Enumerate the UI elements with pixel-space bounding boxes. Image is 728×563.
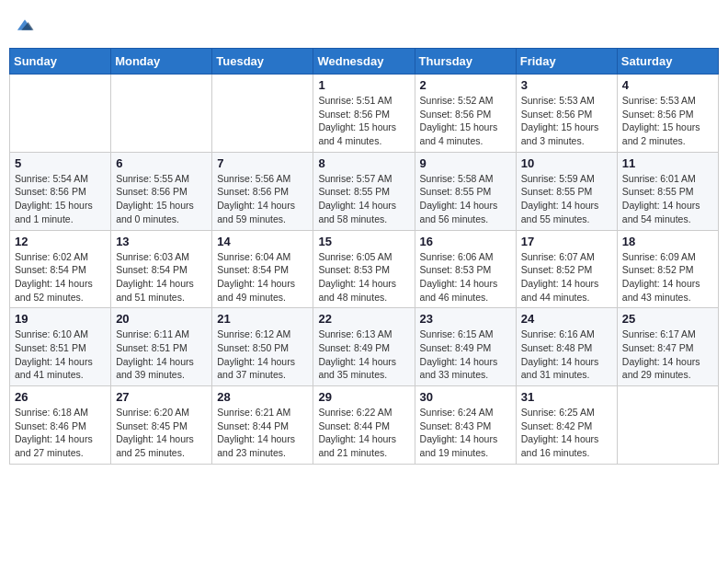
day-number: 17 bbox=[521, 235, 612, 248]
day-number: 15 bbox=[318, 235, 409, 248]
calendar-cell: 27Sunrise: 6:20 AM Sunset: 8:45 PM Dayli… bbox=[111, 386, 212, 465]
calendar-week-row: 5Sunrise: 5:54 AM Sunset: 8:56 PM Daylig… bbox=[10, 152, 719, 230]
day-number: 19 bbox=[15, 312, 106, 326]
day-info: Sunrise: 6:25 AM Sunset: 8:42 PM Dayligh… bbox=[521, 406, 612, 460]
day-info: Sunrise: 6:18 AM Sunset: 8:46 PM Dayligh… bbox=[15, 406, 106, 460]
day-info: Sunrise: 5:58 AM Sunset: 8:55 PM Dayligh… bbox=[420, 172, 511, 226]
day-info: Sunrise: 5:53 AM Sunset: 8:56 PM Dayligh… bbox=[622, 94, 713, 148]
calendar-cell: 8Sunrise: 5:57 AM Sunset: 8:55 PM Daylig… bbox=[313, 152, 415, 230]
day-number: 4 bbox=[622, 78, 713, 92]
day-info: Sunrise: 6:16 AM Sunset: 8:48 PM Dayligh… bbox=[521, 327, 612, 382]
calendar-cell: 11Sunrise: 6:01 AM Sunset: 8:55 PM Dayli… bbox=[617, 152, 718, 230]
day-number: 2 bbox=[420, 78, 511, 92]
day-number: 16 bbox=[420, 235, 511, 248]
day-info: Sunrise: 5:57 AM Sunset: 8:55 PM Dayligh… bbox=[318, 172, 409, 226]
day-info: Sunrise: 5:54 AM Sunset: 8:56 PM Dayligh… bbox=[15, 172, 106, 226]
day-number: 25 bbox=[622, 312, 713, 326]
day-number: 8 bbox=[318, 156, 409, 170]
weekday-header-row: SundayMondayTuesdayWednesdayThursdayFrid… bbox=[10, 49, 719, 75]
day-number: 26 bbox=[15, 390, 106, 404]
day-number: 3 bbox=[521, 78, 612, 92]
calendar-cell: 1Sunrise: 5:51 AM Sunset: 8:56 PM Daylig… bbox=[313, 75, 415, 153]
calendar-cell: 12Sunrise: 6:02 AM Sunset: 8:54 PM Dayli… bbox=[10, 230, 111, 308]
day-info: Sunrise: 6:02 AM Sunset: 8:54 PM Dayligh… bbox=[15, 250, 106, 304]
day-info: Sunrise: 6:01 AM Sunset: 8:55 PM Dayligh… bbox=[622, 172, 713, 226]
day-info: Sunrise: 6:20 AM Sunset: 8:45 PM Dayligh… bbox=[116, 406, 207, 460]
calendar-cell: 16Sunrise: 6:06 AM Sunset: 8:53 PM Dayli… bbox=[415, 230, 516, 308]
weekday-header-sunday: Sunday bbox=[10, 49, 111, 75]
calendar-cell: 20Sunrise: 6:11 AM Sunset: 8:51 PM Dayli… bbox=[111, 308, 212, 386]
calendar-cell: 10Sunrise: 5:59 AM Sunset: 8:55 PM Dayli… bbox=[516, 152, 617, 230]
day-number: 1 bbox=[318, 78, 409, 92]
calendar-cell: 4Sunrise: 5:53 AM Sunset: 8:56 PM Daylig… bbox=[617, 75, 718, 153]
day-number: 28 bbox=[217, 390, 308, 404]
calendar-cell: 6Sunrise: 5:55 AM Sunset: 8:56 PM Daylig… bbox=[111, 152, 212, 230]
day-number: 7 bbox=[217, 156, 308, 170]
calendar-cell: 22Sunrise: 6:13 AM Sunset: 8:49 PM Dayli… bbox=[313, 308, 415, 386]
day-info: Sunrise: 6:11 AM Sunset: 8:51 PM Dayligh… bbox=[116, 327, 207, 382]
day-number: 27 bbox=[116, 390, 207, 404]
day-number: 24 bbox=[521, 312, 612, 326]
calendar-cell: 28Sunrise: 6:21 AM Sunset: 8:44 PM Dayli… bbox=[212, 386, 313, 465]
calendar-cell: 26Sunrise: 6:18 AM Sunset: 8:46 PM Dayli… bbox=[10, 386, 111, 465]
day-number: 18 bbox=[622, 235, 713, 248]
day-number: 6 bbox=[116, 156, 207, 170]
calendar-table: SundayMondayTuesdayWednesdayThursdayFrid… bbox=[9, 48, 719, 465]
day-info: Sunrise: 6:04 AM Sunset: 8:54 PM Dayligh… bbox=[217, 250, 308, 304]
day-info: Sunrise: 6:22 AM Sunset: 8:44 PM Dayligh… bbox=[318, 406, 409, 460]
day-info: Sunrise: 6:05 AM Sunset: 8:53 PM Dayligh… bbox=[318, 250, 409, 304]
day-number: 9 bbox=[420, 156, 511, 170]
day-info: Sunrise: 5:56 AM Sunset: 8:56 PM Dayligh… bbox=[217, 172, 308, 226]
weekday-header-friday: Friday bbox=[516, 49, 617, 75]
logo-icon bbox=[15, 15, 35, 35]
day-number: 13 bbox=[116, 235, 207, 248]
day-info: Sunrise: 6:06 AM Sunset: 8:53 PM Dayligh… bbox=[420, 250, 511, 304]
day-number: 21 bbox=[217, 312, 308, 326]
calendar-cell: 23Sunrise: 6:15 AM Sunset: 8:49 PM Dayli… bbox=[415, 308, 516, 386]
day-info: Sunrise: 5:51 AM Sunset: 8:56 PM Dayligh… bbox=[318, 94, 409, 148]
day-number: 11 bbox=[622, 156, 713, 170]
day-number: 10 bbox=[521, 156, 612, 170]
calendar-cell: 31Sunrise: 6:25 AM Sunset: 8:42 PM Dayli… bbox=[516, 386, 617, 465]
calendar-cell bbox=[111, 75, 212, 153]
day-number: 14 bbox=[217, 235, 308, 248]
day-info: Sunrise: 6:03 AM Sunset: 8:54 PM Dayligh… bbox=[116, 250, 207, 304]
calendar-cell: 17Sunrise: 6:07 AM Sunset: 8:52 PM Dayli… bbox=[516, 230, 617, 308]
calendar-cell: 15Sunrise: 6:05 AM Sunset: 8:53 PM Dayli… bbox=[313, 230, 415, 308]
day-number: 30 bbox=[420, 390, 511, 404]
calendar-week-row: 1Sunrise: 5:51 AM Sunset: 8:56 PM Daylig… bbox=[10, 75, 719, 153]
day-number: 29 bbox=[318, 390, 409, 404]
weekday-header-monday: Monday bbox=[111, 49, 212, 75]
calendar-cell: 5Sunrise: 5:54 AM Sunset: 8:56 PM Daylig… bbox=[10, 152, 111, 230]
day-number: 31 bbox=[521, 390, 612, 404]
day-info: Sunrise: 6:13 AM Sunset: 8:49 PM Dayligh… bbox=[318, 327, 409, 382]
calendar-cell: 30Sunrise: 6:24 AM Sunset: 8:43 PM Dayli… bbox=[415, 386, 516, 465]
logo bbox=[13, 15, 35, 35]
day-number: 20 bbox=[116, 312, 207, 326]
day-info: Sunrise: 6:15 AM Sunset: 8:49 PM Dayligh… bbox=[420, 327, 511, 382]
day-info: Sunrise: 6:10 AM Sunset: 8:51 PM Dayligh… bbox=[15, 327, 106, 382]
day-info: Sunrise: 6:07 AM Sunset: 8:52 PM Dayligh… bbox=[521, 250, 612, 304]
calendar-cell bbox=[212, 75, 313, 153]
calendar-cell: 2Sunrise: 5:52 AM Sunset: 8:56 PM Daylig… bbox=[415, 75, 516, 153]
weekday-header-tuesday: Tuesday bbox=[212, 49, 313, 75]
calendar-cell: 14Sunrise: 6:04 AM Sunset: 8:54 PM Dayli… bbox=[212, 230, 313, 308]
page-header bbox=[9, 9, 719, 40]
day-number: 22 bbox=[318, 312, 409, 326]
weekday-header-thursday: Thursday bbox=[415, 49, 516, 75]
day-number: 23 bbox=[420, 312, 511, 326]
calendar-week-row: 12Sunrise: 6:02 AM Sunset: 8:54 PM Dayli… bbox=[10, 230, 719, 308]
calendar-cell bbox=[617, 386, 718, 465]
weekday-header-wednesday: Wednesday bbox=[313, 49, 415, 75]
calendar-cell: 7Sunrise: 5:56 AM Sunset: 8:56 PM Daylig… bbox=[212, 152, 313, 230]
weekday-header-saturday: Saturday bbox=[617, 49, 718, 75]
calendar-week-row: 19Sunrise: 6:10 AM Sunset: 8:51 PM Dayli… bbox=[10, 308, 719, 386]
day-info: Sunrise: 6:12 AM Sunset: 8:50 PM Dayligh… bbox=[217, 327, 308, 382]
calendar-cell: 24Sunrise: 6:16 AM Sunset: 8:48 PM Dayli… bbox=[516, 308, 617, 386]
day-info: Sunrise: 5:52 AM Sunset: 8:56 PM Dayligh… bbox=[420, 94, 511, 148]
calendar-cell: 3Sunrise: 5:53 AM Sunset: 8:56 PM Daylig… bbox=[516, 75, 617, 153]
calendar-cell: 29Sunrise: 6:22 AM Sunset: 8:44 PM Dayli… bbox=[313, 386, 415, 465]
calendar-cell: 18Sunrise: 6:09 AM Sunset: 8:52 PM Dayli… bbox=[617, 230, 718, 308]
day-info: Sunrise: 6:24 AM Sunset: 8:43 PM Dayligh… bbox=[420, 406, 511, 460]
calendar-week-row: 26Sunrise: 6:18 AM Sunset: 8:46 PM Dayli… bbox=[10, 386, 719, 465]
